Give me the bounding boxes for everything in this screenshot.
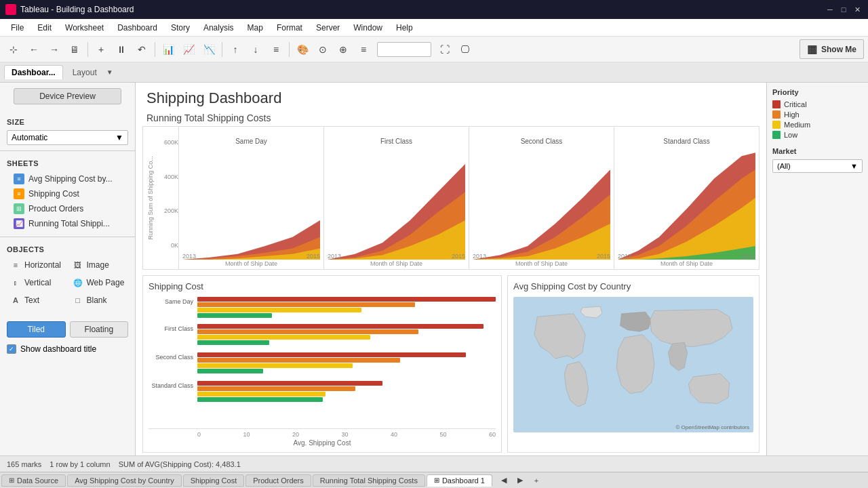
size-section: Size Automatic ▼ (0, 113, 135, 148)
toolbar-sort-asc-btn[interactable]: ↑ (226, 40, 245, 59)
toolbar-new-btn[interactable]: + (92, 40, 111, 59)
bar-medium-same-day (197, 308, 361, 312)
menu-server[interactable]: Server (311, 22, 345, 34)
close-button[interactable]: ✕ (852, 4, 863, 15)
left-panel: Device Preview Size Automatic ▼ Sheets ≡… (0, 83, 136, 455)
sheet-icon-orders: ⊞ (14, 203, 24, 214)
legend-label-high: High (784, 110, 800, 119)
tab-scroll-left[interactable]: ◀ (496, 474, 511, 487)
toolbar-size-btn[interactable]: ⊙ (313, 40, 332, 59)
show-title-checkbox[interactable]: ✓ (7, 344, 16, 354)
toolbar-color-btn[interactable]: 🎨 (293, 40, 312, 59)
menu-worksheet[interactable]: Worksheet (60, 22, 109, 34)
toolbar-back-btn[interactable]: ← (24, 40, 43, 59)
sheet-label-orders: Product Orders (28, 204, 83, 214)
tab-shipping-cost[interactable]: Shipping Cost (183, 474, 245, 487)
toolbar-bar-btn[interactable]: 📈 (179, 40, 198, 59)
toolbar-chart-btn[interactable]: 📊 (159, 40, 178, 59)
map-title: Avg Shipping Cost by Country (513, 281, 753, 291)
menu-story[interactable]: Story (165, 22, 195, 34)
floating-button[interactable]: Floating (70, 321, 129, 338)
show-me-button[interactable]: ▦ Show Me (800, 39, 864, 59)
map-container: © OpenStreetMap contributors (513, 297, 753, 432)
sheet-shipping-cost[interactable]: ≡ Shipping Cost (7, 186, 128, 201)
toolbar-line-btn[interactable]: 📉 (199, 40, 218, 59)
sheet-running-total[interactable]: 📈 Running Total Shippi... (7, 216, 128, 231)
object-blank-label: Blank (87, 296, 107, 305)
tab-dashboard-1-label: Dashboard 1 (442, 476, 485, 485)
menu-file[interactable]: File (5, 22, 29, 34)
object-text[interactable]: A Text (7, 293, 66, 308)
object-horizontal[interactable]: ≡ Horizontal (7, 258, 66, 272)
toolbar-forward-btn[interactable]: → (45, 40, 64, 59)
y-tick-200k: 200K (158, 207, 178, 214)
tab-new[interactable]: + (529, 474, 544, 487)
menu-analysis[interactable]: Analysis (198, 22, 239, 34)
tab-product-orders[interactable]: Product Orders (245, 474, 311, 487)
object-vertical[interactable]: ⫾ Vertical (7, 275, 66, 290)
toolbar-undo-btn[interactable]: ↶ (132, 40, 151, 59)
tab-scroll-right[interactable]: ▶ (513, 474, 528, 487)
show-me-icon: ▦ (807, 43, 817, 56)
legend-label-low: Low (784, 131, 797, 139)
bar-label-standard-class: Standard Class (149, 381, 197, 389)
sheet-avg-shipping[interactable]: ≡ Avg Shipping Cost by... (7, 171, 128, 186)
toolbar-marks-btn[interactable]: ⊕ (334, 40, 353, 59)
minimize-button[interactable]: ─ (825, 4, 835, 15)
panel-divider-1 (0, 150, 135, 151)
x-labels-standard-class: 20132015 (618, 253, 755, 260)
bottom-tabs: ⊞ Data Source Avg Shipping Cost by Count… (0, 472, 868, 488)
market-title: Market (772, 147, 863, 155)
tab-avg-shipping[interactable]: Avg Shipping Cost by Country (67, 474, 182, 487)
horizontal-icon: ≡ (10, 260, 21, 270)
bar-row-standard-class: Standard Class (149, 381, 496, 402)
device-preview-btn[interactable]: Device Preview (14, 88, 121, 104)
shipping-cost-chart: Shipping Cost Same Day (142, 275, 502, 453)
bar-critical-second (197, 352, 466, 357)
marks-dropdown[interactable] (377, 42, 431, 57)
panel-title-same-day: Same Day (182, 138, 320, 145)
toolbar-divider-1 (87, 42, 88, 57)
tab-running-label: Running Total Shipping Costs (320, 476, 418, 485)
dashboard-title: Shipping Dashboard (136, 83, 766, 110)
toolbar-sort-desc-btn[interactable]: ↓ (246, 40, 265, 59)
show-me-label: Show Me (821, 45, 856, 54)
menu-help[interactable]: Help (391, 22, 418, 34)
maximize-button[interactable]: □ (838, 4, 849, 15)
sheet-label-avg: Avg Shipping Cost by... (28, 174, 113, 184)
tab-dashboard-1[interactable]: ⊞ Dashboard 1 (427, 474, 492, 487)
bottom-charts-row: Shipping Cost Same Day (142, 275, 760, 453)
running-total-title: Running Total Shipping Costs (142, 110, 760, 126)
sheet-product-orders[interactable]: ⊞ Product Orders (7, 201, 128, 216)
image-icon: 🖼 (73, 260, 83, 270)
size-dropdown[interactable]: Automatic ▼ (7, 130, 128, 145)
object-image[interactable]: 🖼 Image (69, 258, 129, 272)
layout-tab[interactable]: Layout (66, 66, 104, 79)
bar-high-same-day (197, 302, 415, 307)
toolbar-home-btn[interactable]: ⊹ (4, 40, 23, 59)
toolbar-fix-btn[interactable]: ⛶ (435, 40, 454, 59)
toolbar-present-btn[interactable]: 🖵 (456, 40, 475, 59)
tab-running-total[interactable]: Running Total Shipping Costs (313, 474, 425, 487)
toolbar-label-btn[interactable]: ≡ (267, 40, 285, 59)
object-blank[interactable]: □ Blank (69, 293, 129, 308)
tiled-button[interactable]: Tiled (7, 321, 66, 338)
menu-map[interactable]: Map (242, 22, 269, 34)
toolbar-pause-btn[interactable]: ⏸ (112, 40, 131, 59)
object-webpage[interactable]: 🌐 Web Page (69, 275, 129, 290)
toolbar-detail-btn[interactable]: ≡ (354, 40, 373, 59)
show-title-row[interactable]: ✓ Show dashboard title (0, 340, 135, 358)
menu-window[interactable]: Window (348, 22, 388, 34)
market-section: Market (All) ▼ (772, 147, 863, 173)
legend-label-critical: Critical (784, 100, 807, 108)
dashboard-tab[interactable]: Dashboar... (4, 65, 63, 79)
tab-data-source[interactable]: ⊞ Data Source (1, 474, 66, 487)
sheets-section: Sheets ≡ Avg Shipping Cost by... ≡ Shipp… (0, 154, 135, 234)
bar-high-second (197, 358, 400, 363)
menu-edit[interactable]: Edit (32, 22, 57, 34)
toolbar-save-btn[interactable]: 🖥 (65, 40, 84, 59)
market-dropdown[interactable]: (All) ▼ (772, 159, 863, 173)
bar-row-first-class: First Class (149, 324, 496, 345)
menu-dashboard[interactable]: Dashboard (112, 22, 163, 34)
menu-format[interactable]: Format (271, 22, 308, 34)
